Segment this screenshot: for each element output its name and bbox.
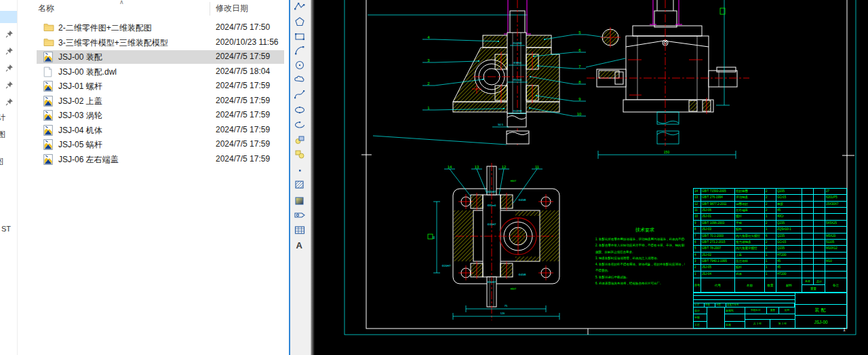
bom-cell bbox=[802, 253, 814, 258]
bom-row: 3GB/T 7940.1-1995压注油杯145M10 bbox=[694, 259, 846, 265]
polyline-tool-icon[interactable] bbox=[294, 1, 307, 13]
bom-rows: 14GB/T 71593-2005密封垫圈2Q2352713GB/T 276-1… bbox=[694, 189, 846, 278]
file-row[interactable]: JSJ-03 涡轮2024/7/5 17:59 bbox=[37, 109, 284, 122]
bom-cell bbox=[814, 272, 825, 278]
file-name: 2-二维零件图+二维装配图 bbox=[58, 22, 152, 34]
svg-text:Φ35m6: Φ35m6 bbox=[487, 204, 496, 207]
bom-cell: Q235 bbox=[776, 246, 802, 251]
sort-caret-icon[interactable]: ∧ bbox=[119, 0, 124, 5]
file-row[interactable]: JSJ-05 蜗杆2024/7/5 17:59 bbox=[37, 138, 284, 151]
nav-item-label[interactable]: 图 bbox=[0, 157, 3, 167]
ellipse-arc-tool-icon[interactable] bbox=[294, 119, 307, 132]
revision-cloud-tool-icon[interactable] bbox=[294, 73, 307, 86]
bom-cell: 15X30X7 bbox=[825, 202, 846, 207]
bom-cell: 45 bbox=[776, 265, 802, 270]
bom-row: 5GB/T 78-2007内六角紧定螺钉2Q235M10X12 bbox=[694, 246, 846, 252]
bom-cell: Q235 bbox=[776, 233, 802, 239]
polygon-tool-icon[interactable] bbox=[294, 16, 307, 29]
tech-note-line: 1. 装配前所有零件用煤油清洗，滚动轴承用汽油清洗，机体内不得有杂物存在。 bbox=[595, 236, 685, 242]
svg-text:12: 12 bbox=[502, 165, 507, 169]
table-tool-icon[interactable] bbox=[294, 225, 307, 237]
insert-block-tool-icon[interactable] bbox=[294, 134, 307, 147]
bom-cell bbox=[814, 227, 825, 232]
hatch-tool-icon[interactable] bbox=[294, 179, 307, 191]
bom-cell: GB/T 71593-2005 bbox=[701, 189, 735, 194]
bom-header-no: 序号 bbox=[694, 278, 701, 293]
region-tool-icon[interactable] bbox=[294, 210, 307, 222]
arc-tool-icon[interactable] bbox=[294, 45, 307, 57]
column-header-name[interactable]: 名称 bbox=[38, 3, 54, 14]
gradient-tool-icon[interactable] bbox=[294, 195, 307, 208]
svg-text:Φ42H8: Φ42H8 bbox=[513, 41, 523, 45]
bom-cell: 51105 bbox=[825, 240, 846, 245]
rectangle-tool-icon[interactable] bbox=[294, 31, 307, 43]
file-row[interactable]: JSJ-00 装配2024/7/5 17:59 bbox=[37, 50, 284, 64]
bom-cell: 14 bbox=[694, 189, 701, 194]
file-row[interactable]: JSJ-01 螺杆2024/7/5 17:59 bbox=[37, 79, 284, 93]
bom-header-weight: 单件 总计 重量 bbox=[802, 278, 825, 293]
bom-cell: GB/T 70.1-2000 bbox=[701, 233, 735, 239]
svg-text:H8/f7: H8/f7 bbox=[511, 288, 516, 291]
dwg-icon bbox=[43, 139, 54, 150]
bom-row: 14GB/T 71593-2005密封垫圈2Q23527 bbox=[694, 189, 846, 195]
make-block-tool-icon[interactable] bbox=[294, 149, 307, 161]
nav-item-label[interactable]: 维图 bbox=[0, 130, 5, 140]
svg-text:Φ35H7: Φ35H7 bbox=[488, 223, 497, 226]
bom-cell: 推力球轴承 bbox=[735, 240, 765, 245]
bom-cell: 11 bbox=[694, 208, 701, 213]
ellipse-tool-icon[interactable] bbox=[294, 105, 307, 117]
file-row[interactable]: JSJ-00 装配.dwl2024/7/5 18:04 bbox=[37, 65, 284, 79]
file-row[interactable]: JSJ-02 上盖2024/7/5 17:59 bbox=[37, 94, 284, 108]
nav-item-label[interactable]: 设计 bbox=[0, 113, 5, 123]
svg-text:Φ20H7: Φ20H7 bbox=[442, 264, 452, 267]
column-header-date[interactable]: 修改日期 bbox=[216, 3, 248, 14]
pin-icon[interactable] bbox=[5, 45, 15, 54]
pin-icon[interactable] bbox=[5, 96, 15, 105]
svg-text:1: 1 bbox=[427, 106, 430, 110]
file-row[interactable]: JSJ-06 左右端盖2024/7/5 17:59 bbox=[37, 153, 284, 166]
tech-note-line: 3. 轴承装配时应涂润滑脂，机体内注入润滑油。 bbox=[595, 255, 685, 261]
bom-cell bbox=[825, 272, 846, 278]
folder-icon bbox=[43, 37, 54, 48]
bom-cell: 2 bbox=[765, 195, 776, 200]
pin-icon[interactable] bbox=[5, 29, 15, 37]
bom-cell: 毡圈油封 bbox=[735, 202, 765, 207]
file-row[interactable]: JSJ-04 机体2024/7/5 17:59 bbox=[37, 124, 284, 137]
bom-cell: 4 bbox=[694, 253, 701, 258]
svg-text:8: 8 bbox=[578, 80, 581, 84]
spline-tool-icon[interactable] bbox=[294, 89, 307, 101]
pin-icon[interactable] bbox=[5, 79, 15, 88]
file-name: JSJ-05 蜗杆 bbox=[58, 139, 102, 151]
dwg-icon bbox=[43, 52, 54, 62]
svg-text:H8/f7: H8/f7 bbox=[511, 180, 516, 183]
tech-notes-lines: 1. 装配前所有零件用煤油清洗，滚动轴承用汽油清洗，机体内不得有杂物存在。2. … bbox=[595, 236, 685, 286]
svg-text:Φ45f8: Φ45f8 bbox=[519, 198, 527, 202]
bom-cell: 45 bbox=[776, 208, 802, 213]
circle-tool-icon[interactable] bbox=[294, 60, 307, 72]
bom-cell bbox=[825, 214, 846, 219]
file-row[interactable]: 2-二维零件图+二维装配图2024/7/5 17:50 bbox=[37, 21, 284, 35]
tech-note-line: 侧隙、接触斑点须符合要求。 bbox=[595, 249, 685, 255]
tech-note-line: 4. 装配后各密封处不得有漏油、渗油现象，密封件装配前应浸油，装配时 bbox=[595, 261, 685, 267]
bom-cell: HT200 bbox=[776, 253, 802, 258]
bom-cell bbox=[814, 221, 825, 226]
front-section-view: Φ42H8 Φ38h6 Φ50m6 Φ42H8 34.5 4 3 2 1 5 6… bbox=[368, 0, 625, 145]
dwg-icon bbox=[43, 154, 54, 165]
bom-cell: 7 bbox=[694, 233, 701, 239]
bom-cell: 橡胶 bbox=[776, 202, 802, 207]
svg-text:Φ30H7: Φ30H7 bbox=[488, 280, 497, 284]
file-date: 2020/10/23 11:56 bbox=[216, 37, 279, 47]
column-separator[interactable] bbox=[210, 2, 210, 16]
file-row[interactable]: 3-三维零件模型+三维装配模型2020/10/23 11:56 bbox=[37, 36, 284, 50]
point-tool-icon[interactable] bbox=[294, 165, 307, 177]
tech-notes: 技术要求 1. 装配前所有零件用煤油清洗，滚动轴承用汽油清洗，机体内不得有杂物存… bbox=[595, 227, 685, 286]
bom-cell: GB/T 78-2007 bbox=[701, 246, 735, 251]
bom-cell bbox=[802, 259, 814, 264]
folder-icon bbox=[43, 22, 54, 33]
bom-cell bbox=[802, 240, 814, 245]
nav-item-label[interactable]: ST bbox=[1, 225, 11, 233]
pin-icon[interactable] bbox=[5, 62, 15, 71]
bom-cell bbox=[814, 208, 825, 213]
nav-selected-item[interactable] bbox=[0, 11, 17, 23]
multiline-text-tool-icon[interactable]: A bbox=[294, 240, 307, 252]
